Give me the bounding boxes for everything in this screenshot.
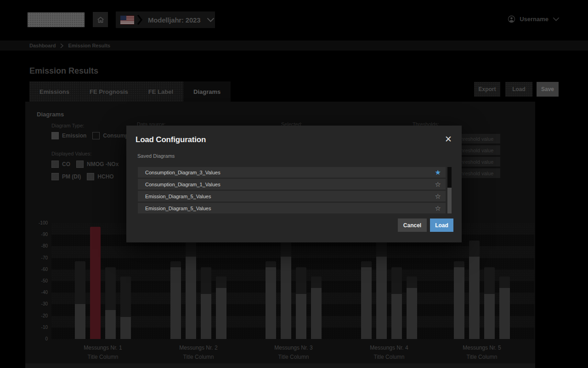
model-year-selector[interactable]: Modelljahr: 2023 [116, 12, 215, 28]
checkbox-option-emission[interactable]: Emission [51, 132, 86, 139]
bar-base-segment [281, 257, 291, 339]
chart-bar [454, 261, 464, 339]
tab-fe-label[interactable]: FE Label [138, 81, 183, 102]
breadcrumb: Dashboard Emission Results [0, 40, 588, 51]
bar-base-segment [216, 288, 226, 339]
y-axis-tick: -80 [34, 243, 48, 248]
close-icon[interactable]: ✕ [442, 133, 454, 145]
tab-fe-prognosis[interactable]: FE Prognosis [79, 81, 138, 102]
bar-base-segment [454, 267, 464, 339]
checkbox-pm-di[interactable] [51, 173, 59, 180]
tab-emissions[interactable]: Emissions [29, 81, 79, 102]
bar-base-segment [266, 267, 276, 339]
saved-diagram-row[interactable]: Consumption_Diagram_1_Values☆ [138, 179, 446, 190]
bar-group-4 [361, 241, 417, 339]
chart-bar [469, 241, 480, 339]
star-outline-icon[interactable]: ☆ [435, 205, 441, 212]
bar-base-segment [105, 310, 116, 339]
checkbox-option-nmog-nox[interactable]: NMOG -NOx [76, 161, 119, 168]
cancel-button[interactable]: Cancel [398, 218, 427, 232]
group-label: Messungs Nr. 1 [64, 345, 142, 351]
saved-diagram-row[interactable]: Emission_Diagram_5_Values☆ [138, 191, 446, 201]
bar-base-segment [170, 267, 181, 339]
chart-bar [499, 276, 510, 339]
chart-bar [391, 267, 402, 339]
y-axis-tick: 0 [34, 336, 48, 341]
star-outline-icon[interactable]: ☆ [435, 193, 441, 200]
bar-base-segment [186, 257, 196, 339]
us-flag-icon [120, 16, 134, 24]
chart-bar [216, 276, 226, 339]
y-axis-tick: -70 [34, 255, 48, 260]
chart-bar-highlighted [90, 227, 101, 339]
saved-diagram-row[interactable]: Consumption_Diagram_3_Values★ [138, 167, 446, 178]
displayed-values-row-1: CONMOG -NOx [51, 161, 119, 168]
saved-diagrams-label: Saved Diagrams [137, 153, 175, 159]
y-axis-tick: -50 [34, 278, 48, 283]
chart-bar [361, 261, 372, 339]
checkbox-label: PM (DI) [62, 173, 81, 180]
saved-diagram-name: Consumption_Diagram_1_Values [145, 182, 220, 187]
chart-bar [296, 267, 306, 339]
chart-bar [311, 276, 322, 339]
load-button[interactable]: Load [430, 218, 453, 232]
checkbox-hcho[interactable] [87, 173, 94, 180]
bar-base-segment [311, 288, 322, 339]
saved-diagrams-list: Consumption_Diagram_3_Values★Consumption… [138, 167, 446, 215]
bar-group-1 [75, 227, 131, 339]
chart-bar [281, 241, 291, 339]
chart-bar [105, 267, 116, 339]
chart-bar [266, 261, 276, 339]
home-icon [96, 16, 105, 24]
user-menu[interactable]: Username [508, 15, 560, 23]
group-sublabel: Title Column [64, 354, 142, 360]
checkbox-option-pm-di[interactable]: PM (DI) [51, 173, 81, 180]
displayed-values-row-2: PM (DI)HCHO [51, 173, 114, 180]
scrollbar [447, 167, 452, 213]
checkbox-nmog-nox[interactable] [76, 161, 84, 168]
checkbox-label: HCHO [97, 173, 113, 180]
group-sublabel: Title Column [350, 354, 428, 360]
page: Modelljahr: 2023 Username [0, 0, 588, 368]
dialog-title: Load Configuration [136, 135, 206, 144]
breadcrumb-emission-results[interactable]: Emission Results [68, 43, 110, 48]
group-label: Messungs Nr. 4 [350, 345, 428, 351]
tab-bar: EmissionsFE PrognosisFE LabelDiagrams [29, 81, 231, 102]
bar-base-segment [296, 294, 306, 339]
load-configuration-dialog: Load Configuration ✕ Saved Diagrams Cons… [126, 126, 462, 242]
load-button[interactable]: Load [505, 82, 532, 97]
checkbox-label: NMOG -NOx [87, 161, 119, 167]
bar-base-segment [391, 294, 402, 339]
breadcrumb-dashboard[interactable]: Dashboard [29, 43, 56, 48]
home-button[interactable] [93, 12, 108, 27]
section-heading: Diagrams [37, 111, 64, 118]
checkbox-co[interactable] [51, 161, 59, 168]
saved-diagram-name: Emission_Diagram_5_Values [145, 206, 211, 211]
bar-group-5 [454, 241, 510, 339]
group-sublabel: Title Column [254, 354, 333, 360]
saved-diagram-name: Consumption_Diagram_3_Values [145, 170, 220, 175]
checkbox-option-co[interactable]: CO [51, 161, 70, 168]
bar-base-segment [75, 304, 85, 339]
bar-base-segment [361, 267, 372, 339]
checkbox-consumptions[interactable] [92, 132, 100, 139]
export-button[interactable]: Export [474, 82, 500, 97]
y-axis-tick: -100 [34, 220, 48, 225]
checkbox-option-hcho[interactable]: HCHO [87, 173, 113, 180]
save-button[interactable]: Save [537, 82, 559, 97]
star-filled-icon[interactable]: ★ [435, 169, 441, 176]
bar-base-segment [201, 294, 211, 339]
chevron-down-icon [553, 17, 560, 22]
bar-base-segment [407, 288, 417, 339]
tab-diagrams[interactable]: Diagrams [183, 81, 231, 102]
scrollbar-thumb[interactable] [447, 188, 452, 213]
checkbox-emission[interactable] [51, 132, 59, 139]
group-label: Messungs Nr. 3 [254, 345, 333, 351]
bar-base-segment [120, 317, 131, 339]
star-outline-icon[interactable]: ☆ [435, 181, 441, 188]
saved-diagram-row[interactable]: Emission_Diagram_5_Values☆ [138, 203, 446, 213]
checkbox-label: Emission [62, 132, 86, 139]
diagram-type-label: Diagram Type: [51, 123, 84, 128]
user-avatar-icon [508, 15, 515, 23]
checkbox-label: CO [62, 161, 70, 167]
